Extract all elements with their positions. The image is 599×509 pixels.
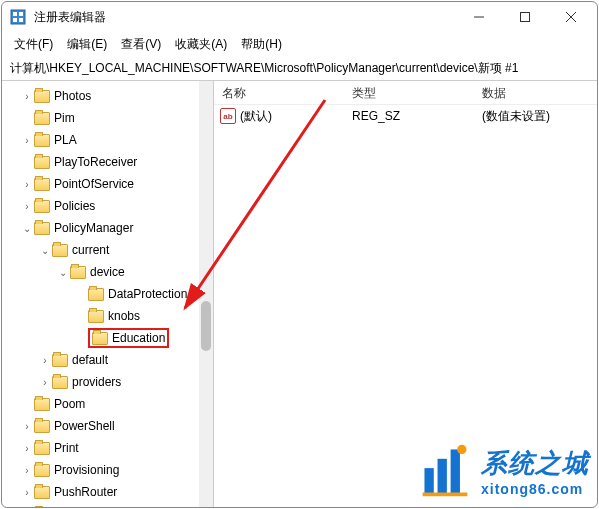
folder-icon [52,376,68,389]
app-icon [10,9,26,25]
folder-icon [34,200,50,213]
tree-label: Poom [54,397,85,411]
tree-item-powershell[interactable]: ›PowerShell [2,415,213,437]
tree-label: PowerShell [54,419,115,433]
folder-icon [34,112,50,125]
svg-rect-10 [424,468,433,494]
folder-icon [34,222,50,235]
tree-label: PointOfService [54,177,134,191]
tree-label: providers [72,375,121,389]
value-type: REG_SZ [344,109,474,123]
expander-icon[interactable]: › [20,91,34,102]
svg-point-13 [457,445,466,454]
tree-label: DataProtection [108,287,187,301]
scroll-thumb[interactable] [201,301,211,351]
tree-label: default [72,353,108,367]
tree-item-poom[interactable]: Poom [2,393,213,415]
tree-item-pim[interactable]: Pim [2,107,213,129]
folder-icon [34,156,50,169]
tree-item-print[interactable]: ›Print [2,437,213,459]
value-name: (默认) [240,108,272,125]
tree-label: Policies [54,199,95,213]
list-header: 名称 类型 数据 [214,81,597,105]
close-button[interactable] [549,3,593,31]
titlebar: 注册表编辑器 [2,2,597,32]
tree-item-providers[interactable]: ›providers [2,371,213,393]
expander-icon[interactable]: ⌄ [56,267,70,278]
tree-item-device[interactable]: ⌄device [2,261,213,283]
folder-icon [34,90,50,103]
tree-item-current[interactable]: ⌄current [2,239,213,261]
tree-label: PlayToReceiver [54,155,137,169]
list-row-default[interactable]: ab (默认) REG_SZ (数值未设置) [214,105,597,127]
expander-icon[interactable]: › [20,487,34,498]
menu-file[interactable]: 文件(F) [8,34,59,55]
tree-scrollbar[interactable] [199,81,213,507]
address-bar[interactable]: 计算机\HKEY_LOCAL_MACHINE\SOFTWARE\Microsof… [2,57,597,81]
minimize-icon [474,12,484,22]
col-type[interactable]: 类型 [344,81,474,104]
tree-label: current [72,243,109,257]
expander-icon[interactable]: › [20,135,34,146]
folder-icon [34,398,50,411]
maximize-button[interactable] [503,3,547,31]
tree-item-education[interactable]: Education [2,327,213,349]
brand-icon [417,442,473,501]
expander-icon[interactable]: ⌄ [20,223,34,234]
folder-icon [52,244,68,257]
window-title: 注册表编辑器 [34,9,457,26]
svg-rect-4 [19,18,23,22]
expander-icon[interactable]: › [20,201,34,212]
tree-label: knobs [108,309,140,323]
minimize-button[interactable] [457,3,501,31]
tree-item-policymanager[interactable]: ⌄PolicyManager [2,217,213,239]
tree-label: Pim [54,111,75,125]
tree-item-dataprotection[interactable]: DataProtection [2,283,213,305]
menubar: 文件(F) 编辑(E) 查看(V) 收藏夹(A) 帮助(H) [2,32,597,57]
folder-icon [88,288,104,301]
value-data: (数值未设置) [474,108,597,125]
expander-icon[interactable]: › [20,443,34,454]
tree-item-photos[interactable]: ›Photos [2,85,213,107]
tree-item-policies[interactable]: ›Policies [2,195,213,217]
tree-item-pla[interactable]: ›PLA [2,129,213,151]
expander-icon[interactable]: › [20,421,34,432]
tree-panel: ›Photos Pim ›PLA PlayToReceiver ›PointOf… [2,81,214,507]
menu-edit[interactable]: 编辑(E) [61,34,113,55]
folder-icon [70,266,86,279]
folder-icon [34,178,50,191]
expander-icon[interactable]: › [20,179,34,190]
col-data[interactable]: 数据 [474,81,597,104]
tree-item-playtoreceiver[interactable]: PlayToReceiver [2,151,213,173]
brand-title: 系统之城 [481,446,589,481]
close-icon [566,12,576,22]
svg-rect-3 [13,18,17,22]
folder-icon [34,420,50,433]
tree-label: Photos [54,89,91,103]
tree-item-default[interactable]: ›default [2,349,213,371]
tree-item-provisioning[interactable]: ›Provisioning [2,459,213,481]
menu-help[interactable]: 帮助(H) [235,34,288,55]
tree-label: PLA [54,133,77,147]
expander-icon[interactable]: › [38,377,52,388]
string-value-icon: ab [220,108,236,124]
folder-icon [92,332,108,345]
folder-icon [34,442,50,455]
svg-rect-1 [13,12,17,16]
svg-rect-12 [451,449,460,494]
menu-favorites[interactable]: 收藏夹(A) [169,34,233,55]
tree-label: Print [54,441,79,455]
tree-item-knobs[interactable]: knobs [2,305,213,327]
brand-url: xitong86.com [481,481,589,497]
tree-item-pointofservice[interactable]: ›PointOfService [2,173,213,195]
expander-icon[interactable]: › [38,355,52,366]
tree-item-pushrouter[interactable]: ›PushRouter [2,481,213,503]
expander-icon[interactable]: › [20,465,34,476]
svg-rect-11 [438,459,447,494]
expander-icon[interactable]: ⌄ [38,245,52,256]
tree-item-radar[interactable]: ›RADAR [2,503,213,507]
menu-view[interactable]: 查看(V) [115,34,167,55]
tree-label: PushRouter [54,485,117,499]
col-name[interactable]: 名称 [214,81,344,104]
folder-icon [34,486,50,499]
